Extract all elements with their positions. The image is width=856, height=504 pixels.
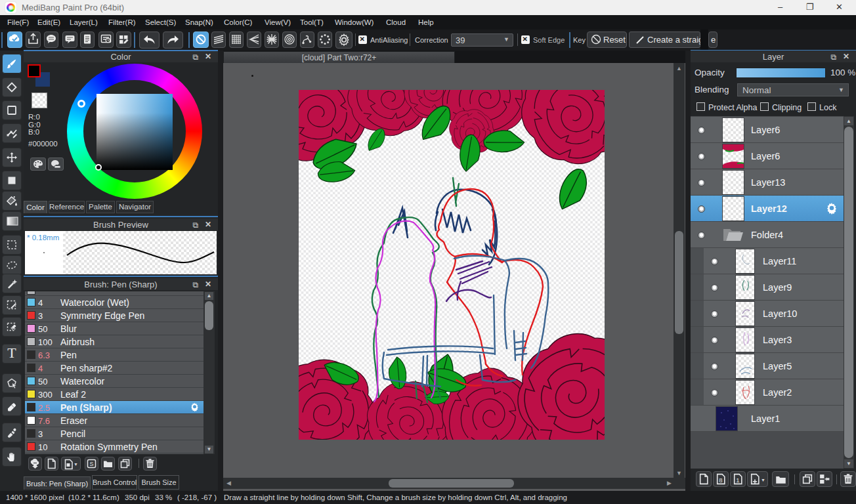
svg-text:1: 1 [736, 476, 739, 484]
svg-text:8: 8 [719, 476, 722, 484]
svg-text:S: S [89, 461, 93, 467]
